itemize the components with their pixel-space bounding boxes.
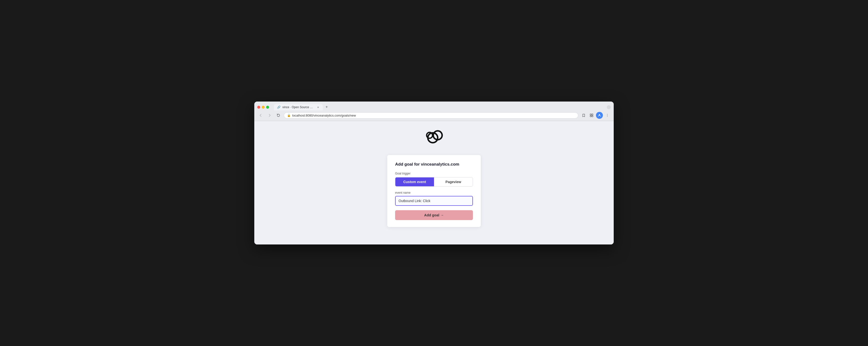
reload-button[interactable] — [275, 112, 282, 119]
svg-point-5 — [607, 114, 608, 115]
svg-rect-2 — [590, 116, 591, 117]
forward-button[interactable] — [266, 112, 273, 119]
add-goal-button[interactable]: Add goal → — [395, 210, 473, 220]
window-menu-icon[interactable] — [607, 105, 611, 109]
tab-bar: 🔗 vince · Open Source Web Ana ✕ + — [274, 104, 599, 110]
svg-rect-1 — [592, 114, 593, 115]
traffic-lights — [257, 106, 269, 109]
modal-title: Add goal for vinceanalytics.com — [395, 162, 473, 167]
svg-rect-0 — [590, 114, 591, 115]
browser-titlebar: 🔗 vince · Open Source Web Ana ✕ + — [254, 102, 614, 110]
pageview-button[interactable]: Pageview — [434, 177, 473, 186]
address-bar[interactable]: 🔒 localhost:8080/vinceanalytics.com/goal… — [284, 112, 578, 119]
tab-close-button[interactable]: ✕ — [316, 106, 320, 109]
tab-title: vince · Open Source Web Ana — [282, 106, 314, 109]
lock-icon: 🔒 — [287, 114, 291, 117]
page-content: Add goal for vinceanalytics.com Goal tri… — [254, 121, 614, 244]
new-tab-button[interactable]: + — [324, 104, 330, 110]
toolbar-actions — [580, 112, 611, 119]
event-name-input[interactable] — [395, 196, 473, 206]
custom-event-button[interactable]: Custom event — [395, 177, 434, 186]
goal-trigger-toggle: Custom event Pageview — [395, 177, 473, 186]
active-tab[interactable]: 🔗 vince · Open Source Web Ana ✕ — [274, 104, 323, 110]
browser-window: 🔗 vince · Open Source Web Ana ✕ + � — [254, 102, 614, 244]
maximize-button[interactable] — [266, 106, 269, 109]
browser-toolbar: 🔒 localhost:8080/vinceanalytics.com/goal… — [254, 110, 614, 121]
logo-area — [419, 128, 449, 149]
address-text: localhost:8080/vinceanalytics.com/goals/… — [292, 114, 575, 117]
browser-chrome: 🔗 vince · Open Source Web Ana ✕ + � — [254, 102, 614, 121]
profile-button[interactable] — [596, 112, 603, 119]
back-button[interactable] — [257, 112, 264, 119]
minimize-button[interactable] — [262, 106, 265, 109]
svg-rect-3 — [592, 116, 593, 117]
tab-favicon: 🔗 — [277, 106, 280, 109]
menu-button[interactable] — [604, 112, 611, 119]
vince-logo — [419, 128, 449, 148]
modal-card: Add goal for vinceanalytics.com Goal tri… — [387, 155, 481, 227]
bookmark-button[interactable] — [580, 112, 587, 119]
event-name-label: event name — [395, 191, 473, 195]
svg-point-6 — [607, 115, 608, 116]
svg-point-7 — [607, 116, 608, 117]
goal-trigger-label: Goal trigger — [395, 172, 473, 175]
close-button[interactable] — [257, 106, 260, 109]
extensions-button[interactable] — [588, 112, 595, 119]
